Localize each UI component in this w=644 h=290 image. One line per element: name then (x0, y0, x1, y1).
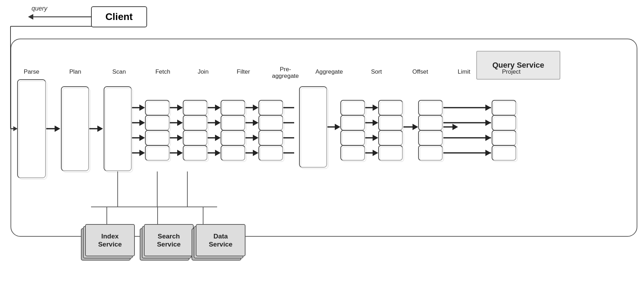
svg-text:Search: Search (158, 232, 180, 240)
svg-marker-115 (373, 150, 378, 156)
svg-marker-125 (413, 124, 418, 130)
svg-rect-27 (105, 88, 133, 172)
svg-marker-83 (253, 150, 258, 156)
svg-rect-141 (493, 132, 517, 147)
svg-rect-75 (222, 147, 246, 162)
svg-marker-35 (139, 150, 145, 156)
svg-rect-53 (185, 102, 208, 116)
svg-rect-143 (493, 147, 517, 162)
svg-text:Aggregate: Aggregate (316, 68, 343, 75)
svg-text:Sort: Sort (371, 68, 382, 75)
svg-marker-65 (215, 135, 221, 141)
svg-rect-73 (222, 132, 246, 147)
svg-rect-121 (380, 132, 404, 147)
svg-text:Data: Data (213, 232, 228, 240)
svg-text:Service: Service (157, 241, 181, 248)
svg-text:Scan: Scan (112, 68, 126, 75)
svg-rect-17 (19, 81, 47, 179)
svg-rect-87 (260, 117, 284, 131)
svg-rect-71 (222, 117, 246, 131)
svg-rect-103 (342, 117, 366, 131)
svg-rect-175 (196, 224, 245, 256)
svg-rect-139 (493, 117, 517, 131)
svg-text:aggregate: aggregate (272, 73, 299, 79)
svg-text:Limit: Limit (458, 68, 470, 75)
svg-text:Service: Service (209, 241, 233, 248)
svg-rect-123 (380, 147, 404, 162)
svg-text:Offset: Offset (412, 68, 428, 75)
svg-rect-57 (185, 132, 208, 147)
svg-rect-37 (147, 102, 171, 116)
svg-marker-61 (215, 104, 221, 111)
svg-marker-19 (13, 126, 18, 131)
svg-rect-119 (380, 117, 404, 131)
svg-marker-113 (373, 135, 378, 141)
svg-rect-97 (301, 88, 328, 169)
svg-marker-49 (177, 135, 183, 141)
pipeline-svg: Parse Plan Scan Fetch Join Filter Pre- a… (0, 0, 644, 290)
svg-rect-129 (420, 117, 444, 131)
svg-rect-59 (185, 147, 208, 162)
svg-marker-51 (177, 150, 183, 156)
svg-rect-101 (342, 102, 366, 116)
svg-rect-69 (222, 102, 246, 116)
svg-marker-45 (177, 104, 183, 111)
svg-text:Index: Index (101, 232, 119, 240)
svg-marker-135 (452, 124, 458, 130)
svg-rect-131 (420, 132, 444, 147)
svg-marker-25 (97, 126, 103, 132)
svg-marker-99 (335, 124, 340, 130)
svg-text:Filter: Filter (237, 68, 250, 75)
svg-rect-91 (260, 147, 284, 162)
svg-marker-109 (373, 104, 378, 111)
svg-text:Plan: Plan (69, 68, 81, 75)
svg-rect-89 (260, 132, 284, 147)
diagram: query Client Query Service Parse Plan Sc… (0, 0, 644, 290)
svg-rect-39 (147, 117, 171, 131)
svg-rect-137 (493, 102, 517, 116)
svg-marker-29 (139, 104, 145, 111)
svg-marker-111 (373, 120, 378, 126)
svg-text:Project: Project (502, 68, 521, 75)
svg-text:Service: Service (98, 241, 122, 248)
svg-marker-63 (215, 120, 221, 126)
svg-marker-67 (215, 150, 221, 156)
svg-marker-31 (139, 120, 145, 126)
svg-rect-117 (380, 102, 404, 116)
svg-rect-85 (260, 102, 284, 116)
svg-marker-47 (177, 120, 183, 126)
svg-marker-79 (253, 120, 258, 126)
svg-text:Pre-: Pre- (280, 66, 291, 73)
svg-rect-23 (63, 88, 90, 172)
svg-text:Join: Join (198, 68, 208, 75)
svg-marker-152 (485, 135, 491, 141)
svg-marker-155 (485, 150, 491, 156)
svg-marker-77 (253, 104, 258, 111)
svg-text:Parse: Parse (24, 68, 39, 75)
svg-marker-81 (253, 135, 258, 141)
svg-rect-55 (185, 117, 208, 131)
svg-text:Fetch: Fetch (155, 68, 171, 75)
svg-rect-165 (85, 224, 134, 256)
svg-marker-149 (485, 120, 491, 126)
svg-rect-133 (420, 147, 444, 162)
svg-marker-21 (55, 126, 60, 132)
svg-rect-107 (342, 147, 366, 162)
svg-marker-33 (139, 135, 145, 141)
svg-rect-105 (342, 132, 366, 147)
svg-rect-43 (147, 147, 171, 162)
svg-rect-127 (420, 102, 444, 116)
svg-rect-41 (147, 132, 171, 147)
svg-rect-170 (144, 224, 193, 256)
